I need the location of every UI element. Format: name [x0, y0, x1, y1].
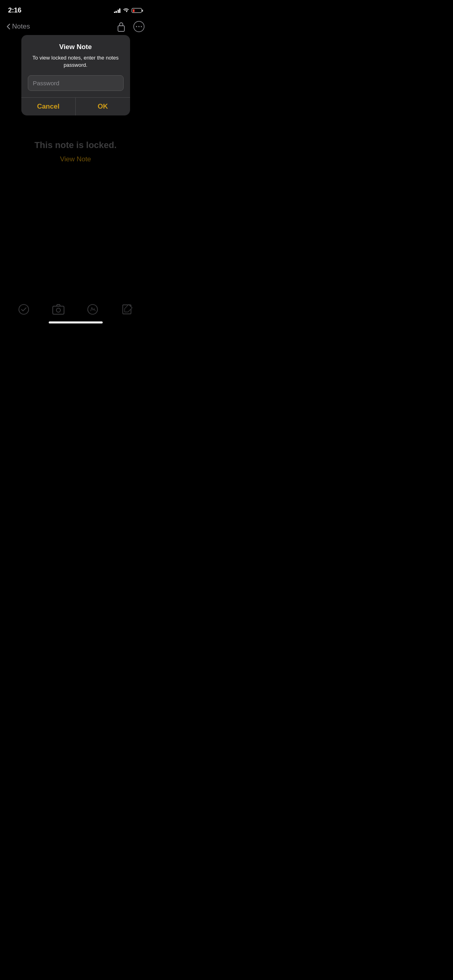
view-note-dialog: View Note To view locked notes, enter th…	[21, 35, 130, 115]
lock-button[interactable]	[116, 21, 127, 32]
status-icons	[114, 7, 143, 14]
status-time: 2:16	[8, 6, 21, 14]
password-input[interactable]	[28, 75, 124, 91]
ok-button[interactable]: OK	[76, 98, 130, 115]
camera-button[interactable]	[52, 303, 64, 315]
more-icon	[133, 21, 145, 32]
signal-icon	[114, 8, 121, 13]
svg-point-3	[139, 26, 140, 27]
svg-rect-0	[118, 26, 124, 31]
chevron-left-icon	[6, 23, 10, 30]
back-button[interactable]: Notes	[6, 23, 30, 31]
wifi-icon	[123, 7, 129, 14]
battery-fill	[133, 9, 134, 12]
svg-point-5	[19, 305, 29, 314]
status-bar: 2:16	[0, 0, 151, 18]
main-content: This note is locked. View Note View Note…	[0, 35, 151, 163]
compose-icon	[122, 304, 133, 315]
battery-icon	[132, 8, 143, 13]
more-button[interactable]	[133, 21, 145, 32]
svg-point-7	[56, 308, 60, 312]
checklist-button[interactable]	[18, 303, 30, 315]
dialog-overlay: View Note To view locked notes, enter th…	[0, 35, 151, 163]
svg-point-4	[141, 26, 142, 27]
dialog-content: View Note To view locked notes, enter th…	[21, 35, 130, 97]
camera-icon	[52, 304, 64, 315]
dialog-buttons: Cancel OK	[21, 97, 130, 115]
nav-right-icons	[116, 21, 145, 32]
back-label: Notes	[12, 23, 30, 31]
lock-icon	[117, 21, 126, 32]
dialog-message: To view locked notes, enter the notes pa…	[28, 54, 124, 69]
svg-point-2	[136, 26, 137, 27]
svg-rect-6	[53, 306, 64, 314]
compose-button[interactable]	[121, 303, 133, 315]
bottom-toolbar	[0, 303, 151, 315]
markup-button[interactable]	[87, 303, 99, 315]
checklist-icon	[18, 304, 29, 315]
nav-bar: Notes	[0, 18, 151, 35]
home-indicator	[49, 321, 103, 323]
markup-icon	[87, 304, 98, 315]
cancel-button[interactable]: Cancel	[21, 98, 76, 115]
dialog-title: View Note	[28, 43, 124, 51]
